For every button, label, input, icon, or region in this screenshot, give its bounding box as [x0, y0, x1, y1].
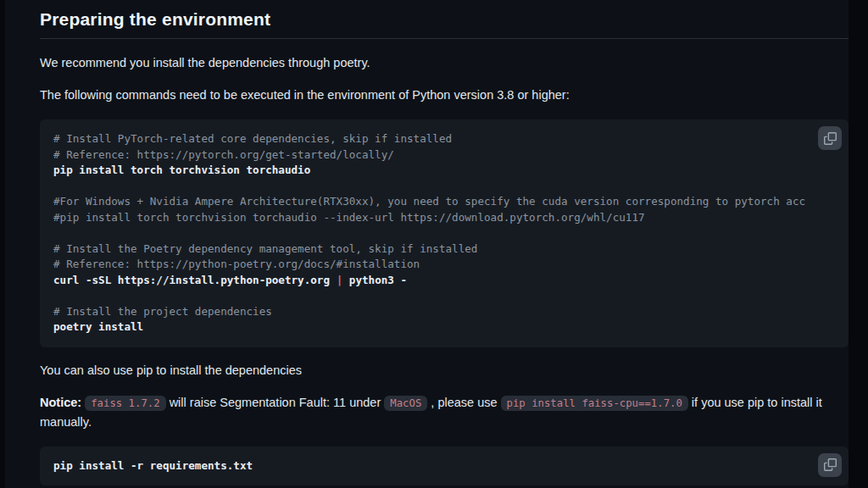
- right-vignette: [849, 0, 868, 488]
- copy-button[interactable]: [818, 126, 842, 150]
- text-segment: will raise Segmentation Fault: 11 under: [166, 396, 385, 409]
- code-block-setup: # Install PyTorch-related core dependenc…: [40, 119, 849, 347]
- text-segment: , please use: [427, 396, 500, 409]
- inline-code: pip install faiss-cpu==1.7.0: [501, 396, 688, 411]
- code-block-requirements-content: pip install -r requirements.txt: [40, 446, 849, 486]
- notice-paragraph: Notice: faiss 1.7.2 will raise Segmentat…: [40, 393, 849, 431]
- paragraph-pip-alternative: You can also use pip to install the depe…: [40, 361, 849, 380]
- paragraph-recommend-poetry: We recommend you install the dependencie…: [40, 53, 849, 72]
- code-line: # Reference: https://python-poetry.org/d…: [53, 257, 835, 273]
- code-block-setup-content: # Install PyTorch-related core dependenc…: [40, 119, 849, 347]
- code-block-requirements: pip install -r requirements.txt: [40, 446, 849, 486]
- copy-button[interactable]: [818, 453, 842, 477]
- code-line: pip install torch torchvision torchaudio: [53, 163, 835, 179]
- copy-icon: [824, 458, 837, 471]
- inline-code: faiss 1.7.2: [85, 396, 165, 411]
- section-heading: Preparing the environment: [40, 8, 849, 39]
- inline-code: MacOS: [384, 396, 427, 411]
- code-line: poetry install: [53, 319, 835, 336]
- paragraph-python-version: The following commands need to be execut…: [40, 86, 849, 104]
- left-vignette: [0, 0, 5, 488]
- text-segment: Notice:: [40, 396, 85, 409]
- code-line: pip install -r requirements.txt: [53, 458, 835, 474]
- code-line: [53, 179, 835, 195]
- code-line: # Install the project dependencies: [53, 304, 835, 320]
- copy-icon: [824, 132, 837, 145]
- code-line: # Install PyTorch-related core dependenc…: [53, 131, 835, 147]
- code-line: #For Windows + Nvidia Ampere Architectur…: [53, 194, 835, 210]
- code-line: curl -sSL https://install.python-poetry.…: [53, 273, 835, 289]
- code-line: [53, 288, 835, 304]
- code-line: # Install the Poetry dependency manageme…: [53, 241, 835, 258]
- code-line: [53, 225, 835, 241]
- code-line: #pip install torch torchvision torchaudi…: [53, 210, 835, 226]
- readme-section: Preparing the environment We recommend y…: [40, 0, 849, 488]
- code-line: # Reference: https://pytorch.org/get-sta…: [53, 147, 835, 164]
